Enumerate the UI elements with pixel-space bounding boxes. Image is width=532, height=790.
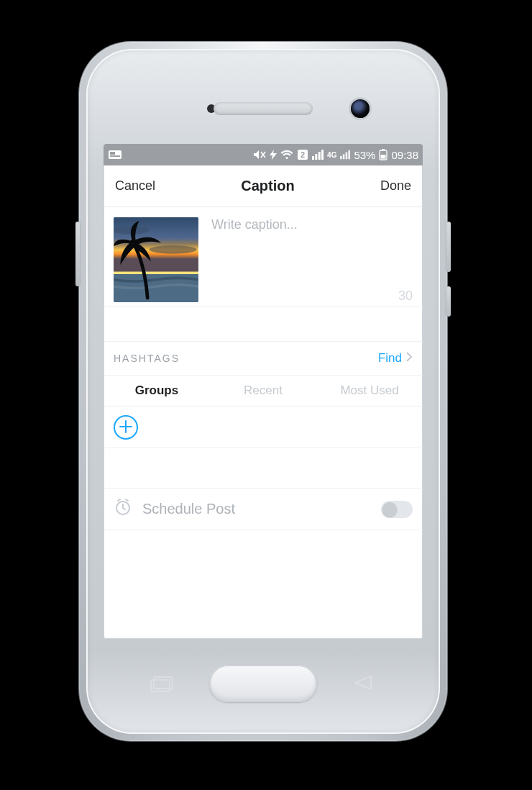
sim-number: 2	[297, 149, 308, 160]
power-button-edge	[446, 222, 451, 272]
svg-rect-2	[110, 155, 120, 157]
screen: 2 4G 53% 09:38	[104, 144, 423, 639]
battery-percent: 53%	[354, 149, 375, 161]
spacer	[104, 307, 423, 342]
status-bar: 2 4G 53% 09:38	[104, 144, 423, 165]
tab-recent[interactable]: Recent	[210, 376, 316, 406]
front-camera-icon	[351, 99, 370, 118]
phone-frame: 2 4G 53% 09:38	[79, 42, 447, 741]
signal-icon	[312, 150, 324, 160]
svg-point-11	[150, 245, 197, 254]
schedule-label: Schedule Post	[142, 501, 235, 517]
svg-rect-6	[381, 155, 386, 159]
clock-icon	[114, 498, 132, 520]
back-softkey-icon	[349, 673, 377, 692]
phone-bezel: 2 4G 53% 09:38	[86, 49, 440, 734]
add-group-button[interactable]	[114, 415, 138, 440]
svg-rect-5	[382, 149, 385, 150]
tab-most-used[interactable]: Most Used	[316, 376, 423, 406]
plus-icon	[119, 419, 132, 436]
char-counter: 30	[398, 289, 413, 304]
charging-icon	[270, 150, 277, 160]
navbar: Cancel Caption Done	[104, 165, 423, 207]
hashtags-header: HASHTAGS Find	[104, 342, 423, 375]
cancel-button[interactable]: Cancel	[115, 178, 155, 194]
sim-indicator-icon: 2	[297, 149, 308, 160]
hashtags-section-title: HASHTAGS	[114, 353, 180, 364]
post-thumbnail[interactable]	[114, 217, 198, 302]
add-group-row	[104, 407, 423, 448]
caption-section: Write caption... 30	[104, 207, 423, 307]
earpiece-icon	[214, 102, 313, 115]
find-label: Find	[378, 351, 402, 366]
chevron-right-icon	[406, 351, 413, 366]
signal-secondary-icon	[340, 150, 350, 160]
schedule-toggle[interactable]	[381, 501, 413, 518]
caption-placeholder: Write caption...	[211, 217, 298, 232]
done-button[interactable]: Done	[380, 178, 411, 194]
recents-softkey-icon	[150, 673, 177, 692]
mute-icon	[253, 150, 266, 160]
caption-input-wrapper[interactable]: Write caption... 30	[211, 217, 413, 302]
network-type: 4G	[327, 151, 336, 159]
wifi-icon	[280, 150, 293, 160]
svg-rect-8	[114, 272, 198, 275]
svg-rect-1	[110, 152, 115, 155]
side-button-edge	[446, 286, 451, 317]
spacer	[104, 448, 423, 489]
clock: 09:38	[391, 149, 418, 161]
hashtag-tabs: Groups Recent Most Used	[104, 375, 423, 407]
home-button[interactable]	[209, 665, 317, 702]
battery-icon	[379, 149, 387, 160]
toggle-knob-icon	[382, 502, 397, 517]
find-hashtags-button[interactable]: Find	[378, 351, 413, 366]
page-title: Caption	[241, 178, 294, 194]
notification-badge-icon	[108, 149, 122, 160]
schedule-row: Schedule Post	[104, 489, 423, 530]
tab-groups[interactable]: Groups	[104, 376, 210, 406]
volume-rocker	[75, 222, 80, 286]
